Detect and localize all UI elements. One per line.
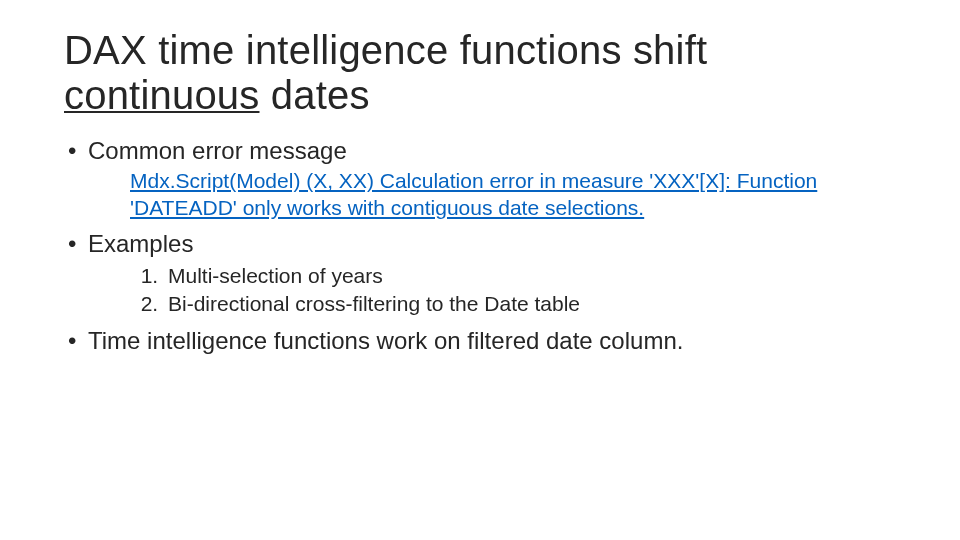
title-post: dates [259, 73, 369, 117]
title-underlined: continuous [64, 73, 259, 117]
bullet-common-error-text: Common error message [88, 137, 347, 164]
slide: DAX time intelligence functions shift co… [0, 0, 960, 357]
bullet-common-error: Common error message Mdx.Script(Model) (… [64, 136, 896, 221]
error-message-block: Mdx.Script(Model) (X, XX) Calculation er… [130, 168, 896, 221]
slide-title: DAX time intelligence functions shift co… [64, 28, 896, 118]
bullet-filtered-date: Time intelligence functions work on filt… [64, 326, 896, 357]
bullet-filtered-date-text: Time intelligence functions work on filt… [88, 327, 683, 354]
body-list: Common error message Mdx.Script(Model) (… [64, 136, 896, 357]
title-pre: DAX time intelligence functions shift [64, 28, 707, 72]
bullet-examples-text: Examples [88, 230, 193, 257]
example-item-2: Bi-directional cross-filtering to the Da… [164, 290, 896, 318]
error-message-link[interactable]: Mdx.Script(Model) (X, XX) Calculation er… [130, 169, 817, 218]
bullet-examples: Examples Multi-selection of years Bi-dir… [64, 229, 896, 318]
examples-list: Multi-selection of years Bi-directional … [130, 262, 896, 319]
example-item-1: Multi-selection of years [164, 262, 896, 290]
